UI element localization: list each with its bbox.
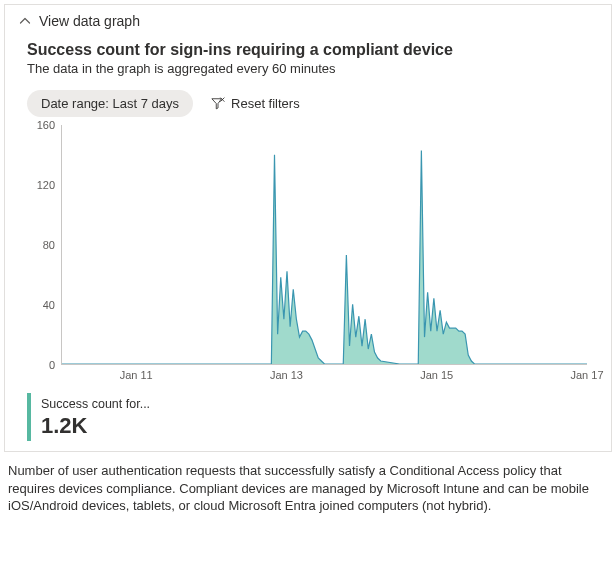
filter-row: Date range: Last 7 days Reset filters [27, 90, 593, 117]
chart-subtitle: The data in the graph is aggregated ever… [27, 61, 593, 76]
summary-card[interactable]: Success count for... 1.2K [27, 393, 261, 441]
summary-label: Success count for... [41, 397, 261, 411]
x-tick-label: Jan 15 [420, 369, 453, 381]
reset-filters-label: Reset filters [231, 96, 300, 111]
date-range-filter[interactable]: Date range: Last 7 days [27, 90, 193, 117]
chart-plot[interactable] [61, 125, 587, 365]
panel-title: View data graph [39, 13, 140, 29]
collapse-header[interactable]: View data graph [5, 5, 611, 35]
x-tick-label: Jan 17 [570, 369, 603, 381]
metric-description: Number of user authentication requests t… [8, 462, 608, 515]
y-axis-labels: 04080120160 [27, 125, 59, 365]
chart-area: 04080120160 Jan 11Jan 13Jan 15Jan 17 [27, 125, 589, 383]
data-graph-panel: View data graph Success count for sign-i… [4, 4, 612, 452]
filter-clear-icon [211, 97, 225, 111]
reset-filters-button[interactable]: Reset filters [205, 92, 306, 115]
y-tick-label: 120 [37, 179, 55, 191]
summary-value: 1.2K [41, 413, 261, 439]
x-tick-label: Jan 11 [120, 369, 153, 381]
y-tick-label: 80 [43, 239, 55, 251]
panel-content: Success count for sign-ins requiring a c… [5, 35, 611, 451]
chart-title: Success count for sign-ins requiring a c… [27, 41, 593, 59]
y-tick-label: 160 [37, 119, 55, 131]
y-tick-label: 40 [43, 299, 55, 311]
x-tick-label: Jan 13 [270, 369, 303, 381]
chevron-up-icon [19, 15, 31, 27]
y-tick-label: 0 [49, 359, 55, 371]
